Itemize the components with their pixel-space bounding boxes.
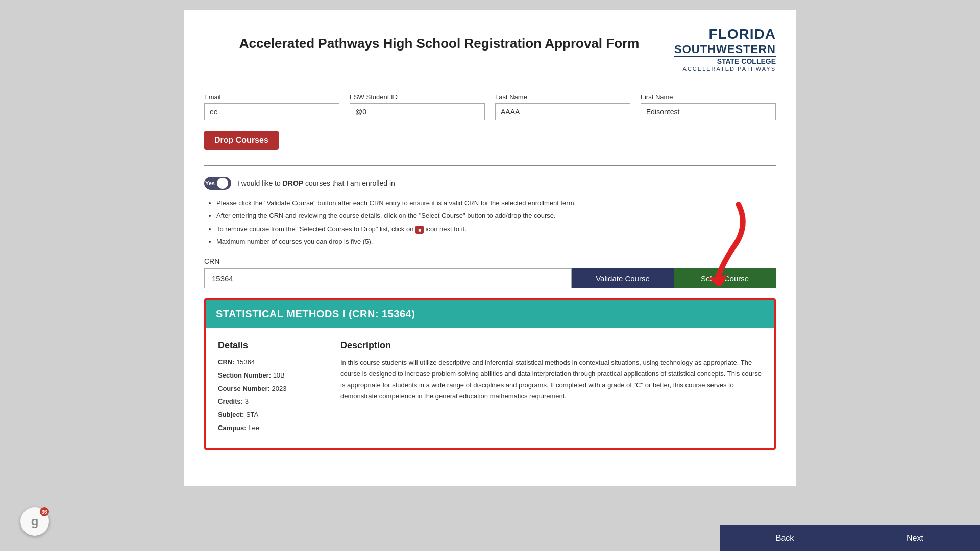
section-value: 10B	[273, 371, 285, 379]
avatar-badge[interactable]: g 36	[20, 507, 49, 536]
credits-detail: Credits: 3	[218, 396, 320, 407]
campus-detail: Campus: Lee	[218, 423, 320, 434]
toggle-circle	[217, 178, 228, 189]
delete-icon	[415, 226, 424, 234]
select-course-button[interactable]: Select Course	[674, 268, 776, 288]
page-wrapper: Accelerated Pathways High School Registr…	[0, 0, 980, 551]
crn-section: CRN Validate Course Select Course	[204, 257, 776, 288]
instruction-2: After entering the CRN and reviewing the…	[216, 211, 776, 221]
page-title: Accelerated Pathways High School Registr…	[204, 26, 674, 52]
first-name-input[interactable]	[641, 103, 776, 120]
campus-label: Campus:	[218, 424, 247, 432]
course-card-title: STATISTICAL METHODS I (CRN: 15364)	[216, 308, 415, 319]
course-description: Description In this course students will…	[340, 340, 762, 436]
credits-label: Credits:	[218, 397, 243, 405]
description-heading: Description	[340, 340, 762, 351]
avatar-icon: g	[31, 514, 39, 529]
logo-line1: FLORIDA	[674, 26, 776, 43]
badge-count: 36	[40, 507, 49, 516]
course-details: Details CRN: 15364 Section Number: 10B C…	[218, 340, 320, 436]
fsw-id-label: FSW Student ID	[350, 93, 485, 101]
details-heading: Details	[218, 340, 320, 351]
credits-value: 3	[245, 397, 249, 405]
course-card: STATISTICAL METHODS I (CRN: 15364) Detai…	[204, 298, 776, 450]
fsw-id-field-group: FSW Student ID	[350, 93, 485, 120]
instruction-4: Maximum number of courses you can drop i…	[216, 237, 776, 247]
bottom-nav: Back Next	[720, 525, 980, 551]
fields-row: Email FSW Student ID Last Name First Nam…	[204, 93, 776, 120]
course-number-label: Course Number:	[218, 385, 270, 392]
crn-detail-label: CRN:	[218, 358, 235, 366]
email-input[interactable]	[204, 103, 339, 120]
validate-course-button[interactable]: Validate Course	[572, 268, 674, 288]
section-label: Section Number:	[218, 371, 271, 379]
header-divider	[204, 83, 776, 83]
description-text: In this course students will utilize des…	[340, 357, 762, 402]
campus-value: Lee	[248, 424, 259, 432]
back-button[interactable]: Back	[720, 525, 850, 551]
first-name-label: First Name	[641, 93, 776, 101]
course-number-detail: Course Number: 2023	[218, 384, 320, 394]
toggle-description: I would like to DROP courses that I am e…	[237, 179, 395, 187]
crn-detail: CRN: 15364	[218, 357, 320, 368]
fsw-id-input[interactable]	[350, 103, 485, 120]
form-container: Accelerated Pathways High School Registr…	[184, 10, 796, 486]
section-detail: Section Number: 10B	[218, 370, 320, 381]
next-button[interactable]: Next	[850, 525, 980, 551]
crn-detail-value: 15364	[236, 358, 255, 366]
course-card-header: STATISTICAL METHODS I (CRN: 15364)	[206, 300, 774, 328]
toggle-row: Yes I would like to DROP courses that I …	[204, 177, 776, 190]
first-name-field-group: First Name	[641, 93, 776, 120]
course-card-body: Details CRN: 15364 Section Number: 10B C…	[206, 328, 774, 448]
subject-detail: Subject: STA	[218, 410, 320, 420]
subject-label: Subject:	[218, 411, 244, 418]
logo-line4: ACCELERATED PATHWAYS	[674, 66, 776, 72]
drop-courses-button[interactable]: Drop Courses	[204, 131, 279, 150]
crn-label: CRN	[204, 257, 776, 265]
last-name-label: Last Name	[495, 93, 630, 101]
crn-input-row: Validate Course Select Course	[204, 268, 776, 288]
instructions-list: Please click the "Validate Course" butto…	[204, 198, 776, 247]
crn-input[interactable]	[204, 268, 572, 288]
email-field-group: Email	[204, 93, 339, 120]
course-number-value: 2023	[272, 385, 286, 392]
toggle-yes-label: Yes	[205, 180, 215, 186]
last-name-field-group: Last Name	[495, 93, 630, 120]
logo-line3: STATE COLLEGE	[674, 57, 776, 66]
last-name-input[interactable]	[495, 103, 630, 120]
drop-toggle[interactable]: Yes	[204, 177, 231, 190]
subject-value: STA	[246, 411, 258, 418]
instruction-1: Please click the "Validate Course" butto…	[216, 198, 776, 208]
logo-area: FLORIDA SOUTHWESTERN STATE COLLEGE ACCEL…	[674, 26, 776, 72]
logo-line2: SOUTHWESTERN	[674, 43, 776, 56]
section-divider	[204, 165, 776, 166]
instruction-3: To remove course from the "Selected Cour…	[216, 224, 776, 234]
header-row: Accelerated Pathways High School Registr…	[204, 26, 776, 72]
email-label: Email	[204, 93, 339, 101]
